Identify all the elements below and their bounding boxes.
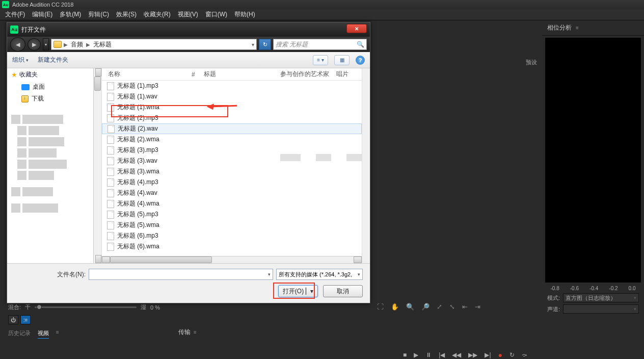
menu-view[interactable]: 视图(V) (175, 9, 201, 20)
downloads-icon (21, 95, 29, 102)
menu-clip[interactable]: 剪辑(C) (85, 9, 112, 20)
refresh-button[interactable]: ↻ (259, 39, 271, 50)
mix-dry-label: 干 (25, 303, 31, 311)
file-vscrollbar[interactable] (362, 68, 370, 263)
col-disc[interactable]: 唱片 (336, 70, 357, 79)
record-icon[interactable]: ● (498, 351, 502, 359)
filetype-select[interactable]: 所有支持的媒体 (*.264, *.3g2,▾ (276, 269, 363, 280)
panel-menu-icon[interactable]: ≡ (194, 329, 197, 335)
mix-slider[interactable] (35, 306, 137, 308)
menu-window[interactable]: 窗口(W) (202, 9, 230, 20)
file-row[interactable]: 无标题 (3).wma (102, 166, 362, 177)
marquee-zoom-icon[interactable]: ⛶ (377, 303, 384, 311)
nav-item-desktop[interactable]: 桌面 (7, 81, 101, 93)
blurred-nav-items (11, 115, 97, 213)
open-button[interactable]: 打开(O)▏▾ (278, 285, 318, 297)
column-headers[interactable]: 名称 # 标题 参与创作的艺术家 唱片 (102, 68, 370, 81)
preroll-icon[interactable]: :≡ (20, 315, 31, 324)
file-row[interactable]: 无标题 (2).wav (102, 123, 362, 134)
play-icon[interactable]: ▶ (414, 351, 418, 358)
organize-button[interactable]: 组织 (12, 56, 29, 64)
search-icon[interactable]: 🔍 (357, 41, 364, 48)
forward-icon[interactable]: ▶▶ (468, 351, 477, 358)
forward-button[interactable]: ▶ (28, 38, 41, 50)
dialog-titlebar[interactable]: Au 打开文件 ✕ (7, 22, 370, 37)
menu-multitrack[interactable]: 多轨(M) (57, 9, 84, 20)
chevron-down-icon[interactable]: ▾ (268, 272, 271, 277)
file-row[interactable]: 无标题 (4).wma (102, 198, 362, 209)
back-button[interactable]: ◀ (10, 37, 25, 52)
rewind-icon[interactable]: ◀◀ (452, 351, 461, 358)
preview-pane-button[interactable]: ▦ (334, 55, 350, 65)
col-artist[interactable]: 参与创作的艺术家 (280, 70, 336, 79)
mode-select[interactable]: 直方图（日志缩放）▾ (563, 293, 639, 302)
file-row[interactable]: 无标题 (2).mp3 (102, 113, 362, 123)
col-name[interactable]: 名称 (105, 70, 192, 79)
col-title[interactable]: 标题 (204, 70, 280, 79)
file-row[interactable]: 无标题 (6).mp3 (102, 230, 362, 241)
zoom-sel-icon[interactable]: ⤡ (449, 303, 455, 311)
file-icon (107, 189, 114, 197)
menu-effects[interactable]: 效果(S) (113, 9, 140, 20)
nav-item-downloads[interactable]: 下载 (7, 93, 101, 105)
panel-menu-icon[interactable]: ≡ (56, 329, 59, 339)
mode-label: 模式: (547, 294, 560, 302)
skip-icon[interactable]: ⤼ (522, 351, 527, 358)
col-num[interactable]: # (192, 71, 204, 78)
menu-favorites[interactable]: 收藏夹(R) (141, 9, 174, 20)
menu-edit[interactable]: 编辑(E) (29, 9, 56, 20)
favorites-header[interactable]: ★ 收藏夹 (7, 68, 101, 81)
file-name: 无标题 (2).wav (118, 124, 158, 133)
hand-icon[interactable]: ✋ (391, 303, 399, 311)
go-start-icon[interactable]: |◀ (439, 351, 445, 358)
zoom-in-time-icon[interactable]: ⇤ (462, 303, 468, 311)
panel-menu-icon[interactable]: ≡ (576, 25, 579, 31)
zoom-in-icon[interactable]: 🔍 (406, 303, 414, 311)
file-name: 无标题 (4).wma (117, 199, 159, 208)
zoom-full-icon[interactable]: ⤢ (437, 303, 442, 311)
new-folder-button[interactable]: 新建文件夹 (38, 56, 68, 64)
address-bar[interactable]: ▶ 音频 ▶ 无标题 ▾ (51, 39, 257, 50)
help-icon[interactable]: ? (356, 56, 365, 65)
search-input[interactable]: 搜索 无标题 🔍 (273, 39, 367, 50)
file-name: 无标题 (1).wma (117, 103, 159, 112)
file-row[interactable]: 无标题 (2).wma (102, 134, 362, 145)
file-name: 无标题 (6).mp3 (117, 232, 158, 240)
app-logo-icon: Au (10, 25, 18, 34)
history-dropdown[interactable]: ▾ (43, 38, 49, 50)
view-mode-button[interactable]: ≡ ▾ (313, 55, 328, 65)
tab-history[interactable]: 历史记录 (8, 329, 31, 339)
zoom-out-icon[interactable]: 🔎 (421, 303, 430, 311)
loop-icon[interactable]: ↻ (509, 351, 515, 358)
chevron-down-icon[interactable]: ▾ (358, 272, 360, 277)
cancel-button[interactable]: 取消 (323, 285, 363, 297)
pause-icon[interactable]: ⏸ (425, 351, 432, 358)
file-hscrollbar[interactable] (102, 256, 362, 263)
nav-item-label: 下载 (32, 94, 44, 103)
bottom-left-panel: 混合: 干 湿 0 % ⏻ :≡ 历史记录 视频 ≡ (5, 301, 163, 339)
app-titlebar: Au Adobe Audition CC 2018 (0, 0, 644, 9)
open-file-dialog: Au 打开文件 ✕ ◀ ▶ ▾ ▶ 音频 ▶ 无标题 ▾ ↻ 搜索 无标题 🔍 … (7, 22, 370, 303)
file-row[interactable]: 无标题 (4).wav (102, 188, 362, 198)
stop-icon[interactable]: ■ (403, 351, 407, 358)
breadcrumb-seg[interactable]: 音频 (70, 40, 84, 49)
close-button[interactable]: ✕ (346, 24, 367, 33)
file-row[interactable]: 无标题 (6).wma (102, 241, 362, 252)
tab-video[interactable]: 视频 (38, 329, 49, 339)
channel-select[interactable]: ▾ (563, 304, 639, 314)
nav-scrollbar[interactable] (93, 68, 101, 263)
menu-file[interactable]: 文件(F) (2, 9, 28, 20)
file-row[interactable]: 无标题 (1).mp3 (102, 81, 362, 91)
chevron-down-icon[interactable]: ▾ (252, 42, 254, 47)
power-icon[interactable]: ⏻ (8, 315, 18, 324)
menu-help[interactable]: 帮助(H) (231, 9, 258, 20)
file-row[interactable]: 无标题 (1).wma (102, 102, 362, 113)
file-row[interactable]: 无标题 (5).wma (102, 220, 362, 230)
zoom-out-time-icon[interactable]: ⇥ (475, 303, 480, 311)
file-row[interactable]: 无标题 (1).wav (102, 91, 362, 102)
file-row[interactable]: 无标题 (5).mp3 (102, 209, 362, 220)
filename-input[interactable]: ▾ (89, 269, 273, 280)
file-row[interactable]: 无标题 (4).mp3 (102, 177, 362, 188)
breadcrumb-seg[interactable]: 无标题 (92, 40, 113, 49)
go-end-icon[interactable]: ▶| (485, 351, 491, 358)
